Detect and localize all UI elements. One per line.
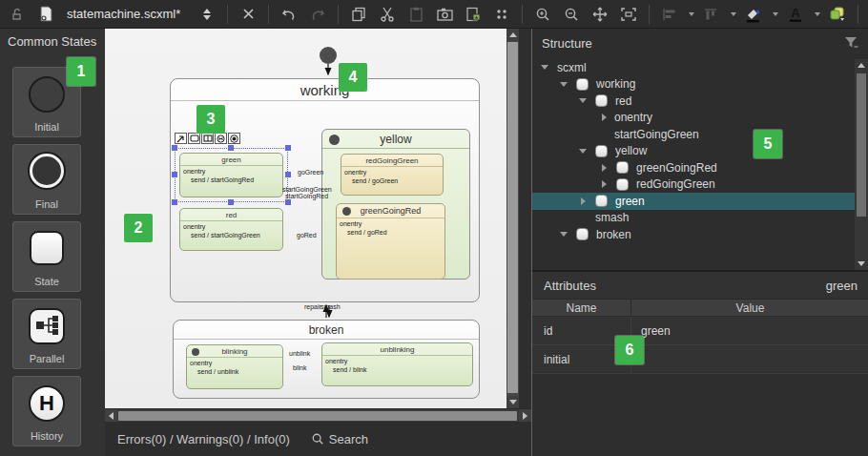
palette-final-button[interactable]: Final: [12, 144, 81, 215]
fill-color-icon[interactable]: [742, 3, 765, 26]
zoom-out-icon[interactable]: [560, 3, 583, 26]
transition-label-smash[interactable]: smash: [320, 303, 341, 311]
structure-panel-header: Structure: [532, 29, 868, 57]
state-unblinking[interactable]: unblinking onentry send / blink: [321, 342, 473, 386]
pan-icon[interactable]: [589, 3, 611, 26]
canvas-horizontal-scrollbar[interactable]: [105, 408, 531, 422]
transition-label-unblink[interactable]: unblink: [289, 350, 310, 358]
scroll-down-arrow[interactable]: [506, 396, 519, 408]
state-icon: [576, 78, 589, 91]
name-column-header[interactable]: Name: [532, 300, 631, 316]
scroll-down-arrow[interactable]: [855, 258, 868, 270]
tree-item-redGoingGreen[interactable]: redGoingGreen: [532, 176, 868, 194]
palette-parallel-button[interactable]: Parallel: [12, 299, 81, 369]
font-color-caret[interactable]: [815, 12, 820, 16]
add-parallel-icon[interactable]: [201, 133, 214, 144]
expand-icon[interactable]: [599, 179, 609, 189]
undo-icon[interactable]: [278, 3, 300, 26]
collapse-icon[interactable]: [578, 146, 588, 155]
state-green[interactable]: green onentry send / startGoingRed: [179, 153, 283, 197]
attribute-row-initial[interactable]: initial: [532, 345, 868, 374]
palette-history-button[interactable]: H History: [12, 376, 81, 446]
fit-to-view-icon[interactable]: [617, 3, 640, 26]
tree-item-broken[interactable]: broken: [532, 226, 868, 243]
selection-handle[interactable]: [285, 172, 291, 177]
expand-icon[interactable]: [578, 197, 588, 206]
attribute-value[interactable]: green: [631, 317, 868, 344]
screenshot-icon[interactable]: [433, 3, 456, 26]
selection-handle[interactable]: [172, 199, 177, 205]
expand-icon[interactable]: [599, 163, 609, 173]
scroll-up-arrow[interactable]: [506, 29, 519, 41]
add-transition-icon[interactable]: [175, 133, 187, 144]
palette-state-button[interactable]: State: [12, 221, 81, 292]
annotation-badge-3: 3: [196, 105, 225, 134]
selection-handle[interactable]: [285, 145, 291, 151]
transition-label-startGoingRed[interactable]: startGoingRed: [285, 193, 328, 200]
value-column-header[interactable]: Value: [631, 300, 868, 316]
tree-item-red[interactable]: red: [532, 93, 868, 110]
state-red[interactable]: red onentry send / startGoingGreen: [179, 208, 283, 251]
zoom-in-icon[interactable]: [531, 3, 554, 26]
attributes-panel: Attributes green Name Value id green ini…: [532, 272, 868, 456]
paste-icon[interactable]: [404, 3, 427, 26]
align-vertical-caret[interactable]: [731, 12, 736, 16]
state-redGoingGreen[interactable]: redGoingGreen onentry send / goGreen: [341, 154, 444, 196]
selection-handle[interactable]: [228, 145, 234, 151]
tree-item-smash[interactable]: smash: [532, 210, 868, 227]
expand-icon[interactable]: [599, 113, 609, 122]
cut-icon[interactable]: [376, 3, 399, 26]
align-vertical-icon[interactable]: [700, 3, 723, 26]
tree-item-startGoingGreen[interactable]: startGoingGreen: [532, 126, 868, 143]
add-state-icon[interactable]: [188, 133, 200, 144]
right-pane: Structure scxml working red onentry star…: [531, 29, 868, 456]
transition-label-goGreen[interactable]: goGreen: [298, 169, 323, 176]
scroll-left-arrow[interactable]: [105, 409, 117, 422]
tree-item-yellow[interactable]: yellow: [532, 143, 868, 160]
state-blinking[interactable]: blinking onentry send / unblink: [186, 344, 283, 389]
magnifier-tool-icon[interactable]: [490, 3, 513, 26]
scroll-up-arrow[interactable]: [855, 59, 868, 72]
structure-scrollbar[interactable]: [855, 59, 868, 270]
attribute-value[interactable]: [631, 345, 868, 373]
collapse-icon[interactable]: [559, 79, 568, 89]
tree-item-scxml[interactable]: scxml: [532, 59, 868, 76]
close-icon[interactable]: [237, 3, 259, 26]
canvas-vertical-scrollbar[interactable]: [506, 29, 519, 408]
status-search[interactable]: Search: [311, 432, 368, 446]
scroll-right-arrow[interactable]: [519, 409, 531, 422]
filter-icon[interactable]: [844, 36, 858, 50]
tree-item-green-selected[interactable]: green: [532, 193, 868, 210]
attribute-row-id[interactable]: id green: [532, 317, 868, 345]
collapse-icon[interactable]: [559, 230, 568, 239]
collapse-icon[interactable]: [540, 63, 549, 73]
redo-icon[interactable]: [306, 3, 329, 26]
export-image-icon[interactable]: [462, 3, 485, 26]
initial-child-dot: [329, 135, 340, 145]
tree-item-onentry[interactable]: onentry: [532, 110, 868, 127]
transition-label-blink[interactable]: blink: [293, 364, 306, 372]
selection-handle[interactable]: [172, 172, 177, 177]
file-icon[interactable]: [34, 3, 57, 26]
align-horizontal-icon[interactable]: [658, 3, 681, 26]
fill-color-caret[interactable]: [773, 12, 778, 16]
selection-handle[interactable]: [228, 199, 234, 205]
add-final-icon[interactable]: [228, 133, 240, 144]
history-state-icon: H: [29, 385, 65, 422]
font-color-icon[interactable]: A: [784, 3, 807, 26]
lock-icon[interactable]: [6, 3, 29, 26]
document-switcher-spinner[interactable]: [196, 3, 218, 26]
align-horizontal-caret[interactable]: [689, 12, 694, 16]
diagram-canvas[interactable]: working yellow redGoingGreen onentry sen…: [105, 29, 519, 408]
state-greenGoingRed[interactable]: greenGoingRed onentry send / goRed: [336, 203, 445, 280]
color-theme-icon[interactable]: [826, 3, 849, 26]
collapse-icon[interactable]: [578, 96, 588, 106]
copy-icon[interactable]: [347, 3, 370, 26]
tree-item-working[interactable]: working: [532, 76, 868, 93]
transition-label-repair[interactable]: repair: [304, 303, 321, 311]
tree-item-greenGoingRed[interactable]: greenGoingRed: [532, 159, 868, 176]
transition-label-goRed[interactable]: goRed: [297, 232, 317, 239]
add-history-icon[interactable]: [215, 133, 227, 144]
selection-handle[interactable]: [172, 145, 177, 151]
messages-summary[interactable]: Errors(0) / Warnings(0) / Info(0): [117, 432, 290, 446]
